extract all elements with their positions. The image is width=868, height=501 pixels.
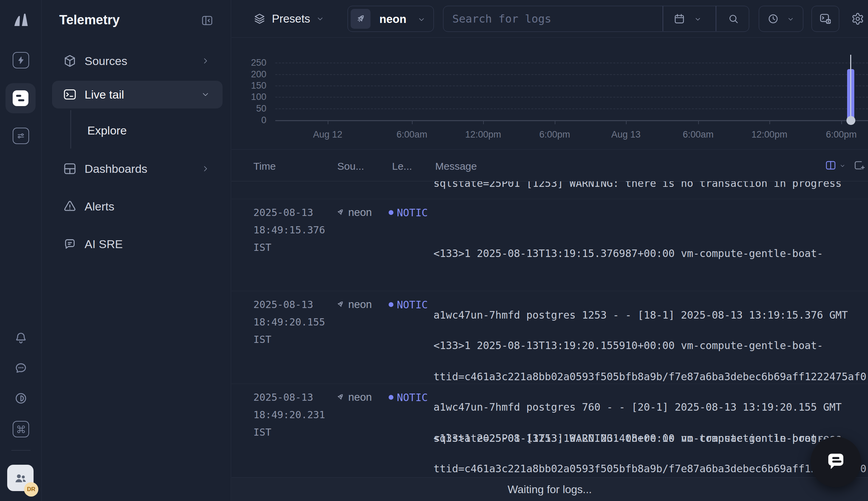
chevron-down-icon xyxy=(787,16,794,23)
gridline xyxy=(275,97,868,97)
api-query-button[interactable] xyxy=(812,6,839,32)
x-axis-tick-mark xyxy=(555,121,555,124)
bell-icon[interactable] xyxy=(14,331,28,345)
logs-icon xyxy=(13,90,29,106)
log-message: <133>1 2025-08-13T13:19:20.231408+00:00 … xyxy=(434,387,868,477)
chevron-down-icon[interactable] xyxy=(839,163,845,169)
log-row[interactable]: 2025-08-1318:49:20.231IST neon NOTIC <13… xyxy=(232,384,868,476)
source-selector-dropdown[interactable]: neon xyxy=(348,6,434,32)
x-axis-tick: 6:00am xyxy=(396,129,427,140)
search-icon[interactable] xyxy=(728,13,739,25)
time-range-dropdown[interactable] xyxy=(759,6,803,32)
waiting-status-text: Waiting for logs... xyxy=(507,483,592,496)
source-selector-value: neon xyxy=(379,13,406,26)
log-source: neon xyxy=(335,391,372,404)
log-row[interactable]: 2025-08-1318:49:20.155IST neon NOTIC <13… xyxy=(232,291,868,384)
x-axis-tick: 6:00am xyxy=(683,129,713,140)
sidebar-item-label: Sources xyxy=(85,54,127,68)
sidebar-item-explore[interactable]: Explore xyxy=(87,124,127,137)
events-nav-button[interactable] xyxy=(13,52,29,68)
x-axis-tick: 12:00pm xyxy=(751,129,787,140)
x-axis-line xyxy=(275,120,868,121)
divider xyxy=(663,6,663,31)
log-time: 2025-08-1318:49:20.231IST xyxy=(253,389,325,441)
log-volume-chart[interactable]: 250 200 150 100 50 0 Aug 12 6:00am 12:00… xyxy=(232,38,868,150)
x-axis-tick-mark xyxy=(483,121,484,124)
chat-feedback-icon[interactable] xyxy=(14,361,28,375)
rocket-icon xyxy=(355,13,366,24)
support-chat-button[interactable] xyxy=(811,437,861,487)
live-cursor-handle[interactable] xyxy=(846,116,855,125)
level-dot xyxy=(389,395,393,400)
gear-icon[interactable] xyxy=(851,12,864,25)
column-header-time[interactable]: Time xyxy=(253,160,276,172)
rail-divider xyxy=(11,450,31,451)
x-axis-tick-mark xyxy=(769,121,770,124)
chevron-down-icon xyxy=(316,15,324,23)
presets-label: Presets xyxy=(272,12,310,25)
sidebar-item-label: Dashboards xyxy=(85,162,147,175)
rocket-icon xyxy=(335,208,345,217)
x-axis-tick-mark xyxy=(328,121,328,124)
log-source: neon xyxy=(335,206,372,219)
terminal-code-icon xyxy=(819,12,832,25)
sidebar-item-sources[interactable]: Sources xyxy=(42,50,231,72)
app-logo-icon xyxy=(10,9,32,31)
calendar-icon[interactable] xyxy=(674,13,685,25)
search-input[interactable] xyxy=(452,7,651,31)
chevron-down-icon xyxy=(201,90,210,98)
log-time: 2025-08-1318:49:20.155IST xyxy=(253,296,325,348)
log-table-header: Time Sou... Le... Message xyxy=(232,150,868,181)
user-initials-badge[interactable]: DR xyxy=(24,482,38,497)
x-axis-tick: Aug 12 xyxy=(313,129,342,140)
column-header-message[interactable]: Message xyxy=(435,160,477,172)
rocket-icon xyxy=(335,393,345,402)
gridline xyxy=(275,86,868,86)
log-time: 2025-08-1318:49:15.376IST xyxy=(253,204,325,256)
x-axis-tick: 6:00pm xyxy=(826,129,857,140)
sidebar: Telemetry Sources Live tail Explore xyxy=(42,0,231,501)
chat-bubble-icon xyxy=(823,449,849,475)
log-row[interactable]: 2025-08-1318:49:15.376IST neon NOTIC <13… xyxy=(232,199,868,291)
rocket-icon xyxy=(335,300,345,309)
x-axis-tick-mark xyxy=(626,121,627,124)
presets-dropdown[interactable]: Presets xyxy=(253,10,324,28)
columns-layout-icon[interactable] xyxy=(825,159,836,171)
log-source: neon xyxy=(335,298,372,311)
column-header-source[interactable]: Sou... xyxy=(337,160,364,172)
sidebar-item-label: Alerts xyxy=(85,200,114,213)
logs-nav-button[interactable] xyxy=(6,83,35,113)
column-header-level[interactable]: Le... xyxy=(392,160,412,172)
gridline xyxy=(275,74,868,75)
y-axis-tick: 100 xyxy=(232,92,266,102)
collapse-sidebar-icon[interactable] xyxy=(201,14,213,27)
y-axis-tick: 50 xyxy=(232,103,266,114)
command-icon xyxy=(17,425,26,434)
log-list: sqlstate=25P01 [1253] WARNING: there is … xyxy=(232,181,868,477)
chevron-right-icon xyxy=(201,57,210,65)
grid-icon xyxy=(63,162,77,175)
x-axis-tick-mark xyxy=(698,121,699,124)
x-axis-tick: 12:00pm xyxy=(465,129,501,140)
sidebar-item-alerts[interactable]: Alerts xyxy=(42,195,231,217)
x-axis-tick: Aug 13 xyxy=(611,129,641,140)
chevron-down-icon[interactable] xyxy=(695,16,701,23)
y-axis-tick: 150 xyxy=(232,81,266,91)
layers-icon xyxy=(253,13,266,25)
settings-nav-button[interactable] xyxy=(13,128,29,144)
sidebar-item-label: AI SRE xyxy=(85,237,123,251)
keyboard-shortcuts-button[interactable] xyxy=(13,421,29,437)
lightning-icon xyxy=(17,56,25,65)
theme-contrast-icon[interactable] xyxy=(14,392,28,405)
log-row-clipped[interactable]: sqlstate=25P01 [1253] WARNING: there is … xyxy=(232,181,868,199)
sidebar-item-ai-sre[interactable]: AI SRE xyxy=(42,233,231,255)
log-level: NOTIC xyxy=(389,206,428,219)
log-message-clipped: sqlstate=25P01 [1253] WARNING: there is … xyxy=(434,181,841,191)
status-bar: Waiting for logs... xyxy=(232,477,868,501)
divider xyxy=(716,6,716,31)
app-window: DR Telemetry Sources Live tail Explore xyxy=(0,0,868,501)
sidebar-item-live-tail[interactable]: Live tail xyxy=(52,81,223,108)
sidebar-item-dashboards[interactable]: Dashboards xyxy=(42,158,231,180)
add-column-icon[interactable] xyxy=(854,159,865,171)
users-icon xyxy=(13,471,28,485)
